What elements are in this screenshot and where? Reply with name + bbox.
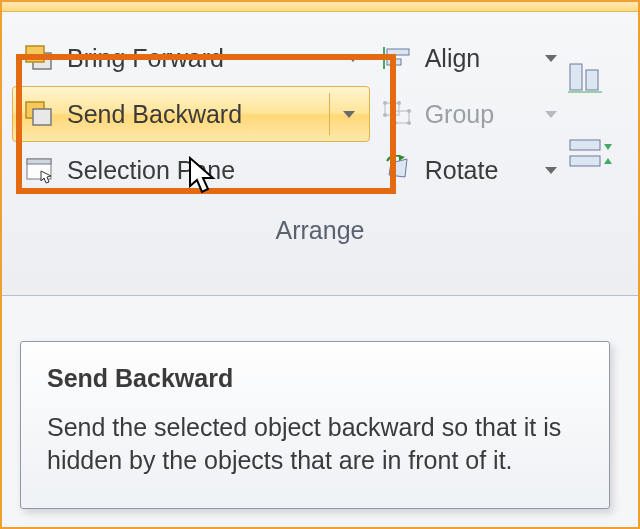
send-backward-icon: [23, 99, 57, 129]
adjacent-group-partial: [568, 30, 628, 172]
svg-rect-10: [395, 111, 409, 123]
bring-forward-label: Bring Forward: [67, 44, 337, 73]
svg-point-13: [383, 113, 387, 117]
group-button: Group: [370, 86, 569, 142]
svg-rect-5: [27, 159, 51, 164]
svg-point-11: [383, 101, 387, 105]
ribbon-group-label: Arrange: [12, 216, 628, 245]
dropdown-caret-icon[interactable]: [347, 55, 359, 62]
group-label: Group: [425, 100, 536, 129]
selection-pane-button[interactable]: Selection Pane: [12, 142, 370, 198]
svg-rect-8: [387, 59, 401, 65]
svg-point-12: [397, 101, 401, 105]
ribbon-arrange-group: Bring Forward Send Backward: [2, 12, 638, 296]
tooltip-body: Send the selected object backward so tha…: [47, 411, 583, 479]
svg-rect-20: [586, 70, 598, 90]
svg-marker-17: [389, 159, 407, 177]
svg-rect-9: [385, 103, 399, 115]
svg-rect-1: [26, 46, 44, 62]
group-icon: [381, 99, 415, 129]
dropdown-caret-icon[interactable]: [545, 167, 557, 174]
align-button[interactable]: Align: [370, 30, 569, 86]
align-label: Align: [425, 44, 536, 73]
dropdown-caret-icon[interactable]: [545, 55, 557, 62]
svg-rect-23: [570, 156, 600, 166]
selection-pane-icon: [23, 155, 57, 185]
svg-rect-7: [387, 49, 409, 55]
svg-marker-24: [604, 144, 612, 150]
app-window: Bring Forward Send Backward: [0, 0, 640, 529]
selection-pane-label: Selection Pane: [67, 156, 359, 185]
ribbon-tab-strip: [2, 2, 638, 12]
svg-rect-3: [33, 109, 51, 125]
rotate-button[interactable]: Rotate: [370, 142, 569, 198]
bring-forward-icon: [23, 43, 57, 73]
svg-rect-22: [570, 140, 600, 150]
partial-icon: [568, 62, 612, 96]
send-backward-split-dropdown[interactable]: [329, 93, 359, 135]
align-icon: [381, 43, 415, 73]
send-backward-button[interactable]: Send Backward: [12, 86, 370, 142]
svg-point-15: [393, 121, 397, 125]
bring-forward-button[interactable]: Bring Forward: [12, 30, 370, 86]
rotate-label: Rotate: [425, 156, 536, 185]
send-backward-label: Send Backward: [67, 100, 321, 129]
svg-rect-19: [570, 64, 582, 90]
svg-marker-25: [604, 158, 612, 164]
partial-icon: [568, 138, 612, 172]
dropdown-caret-icon: [343, 111, 355, 118]
dropdown-caret-icon: [545, 111, 557, 118]
svg-point-14: [407, 109, 411, 113]
rotate-icon: [381, 155, 415, 185]
tooltip: Send Backward Send the selected object b…: [20, 341, 610, 510]
svg-point-16: [407, 121, 411, 125]
tooltip-title: Send Backward: [47, 364, 583, 393]
